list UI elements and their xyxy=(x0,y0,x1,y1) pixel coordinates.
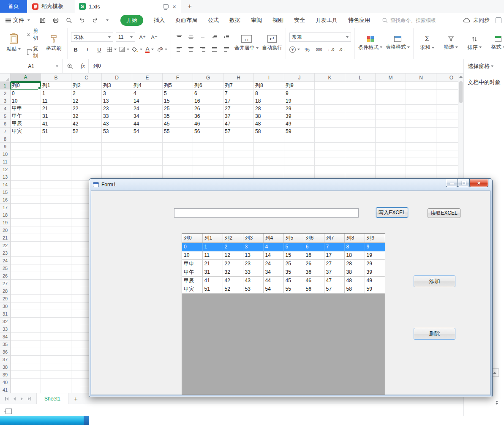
cell-M8[interactable] xyxy=(376,135,406,143)
last-sheet-button[interactable] xyxy=(28,397,31,400)
cell-A9[interactable] xyxy=(11,143,41,150)
select-all-corner[interactable] xyxy=(0,74,11,82)
cell-E7[interactable]: 54 xyxy=(132,128,163,135)
cell-M11[interactable] xyxy=(376,158,406,166)
row-header-40[interactable]: 40 xyxy=(0,379,11,386)
cell-A12[interactable] xyxy=(11,166,41,173)
cell-O10[interactable] xyxy=(436,150,458,158)
dgv-cell[interactable]: 44 xyxy=(263,276,283,285)
row-header-16[interactable]: 16 xyxy=(0,196,11,204)
dgv-cell[interactable]: 15 xyxy=(283,251,304,259)
copy-button[interactable]: 复制 xyxy=(27,45,40,60)
cell-B36[interactable] xyxy=(41,348,71,356)
cell-K12[interactable] xyxy=(315,166,345,173)
cell-A36[interactable] xyxy=(11,348,41,356)
align-center-button[interactable] xyxy=(186,45,196,54)
cell-J3[interactable]: 19 xyxy=(284,97,315,105)
row-header-14[interactable]: 14 xyxy=(0,181,11,188)
cell-A5[interactable]: 甲午 xyxy=(11,112,41,120)
cell-B38[interactable] xyxy=(41,363,71,371)
dgv-cell[interactable]: 51 xyxy=(202,285,223,293)
cell-J6[interactable]: 49 xyxy=(284,120,315,128)
cell-A31[interactable] xyxy=(11,310,41,318)
cell-A21[interactable] xyxy=(11,234,41,242)
cell-J11[interactable] xyxy=(284,158,315,166)
cell-A19[interactable] xyxy=(11,219,41,226)
dgv-cell[interactable]: 7 xyxy=(324,242,344,251)
cell-E6[interactable]: 44 xyxy=(132,120,163,128)
cell-A17[interactable] xyxy=(11,204,41,211)
cell-N11[interactable] xyxy=(406,158,436,166)
dgv-cell[interactable]: 38 xyxy=(344,268,365,276)
cell-G5[interactable]: 36 xyxy=(193,112,223,120)
dgv-cell[interactable]: 52 xyxy=(223,285,243,293)
row-header-36[interactable]: 36 xyxy=(0,348,11,356)
cell-A14[interactable] xyxy=(11,181,41,188)
cell-F8[interactable] xyxy=(163,135,193,143)
percent-format-button[interactable]: % xyxy=(302,45,312,54)
next-sheet-button[interactable] xyxy=(21,397,23,400)
scrollbar-thumb[interactable] xyxy=(459,81,463,103)
row-header-37[interactable]: 37 xyxy=(0,356,11,363)
cell-G9[interactable] xyxy=(193,143,223,150)
form-textbox[interactable] xyxy=(174,208,359,218)
dgv-row-1[interactable]: 10111213141516171819 xyxy=(182,251,385,259)
dgv-cell[interactable]: 11 xyxy=(202,251,223,259)
cell-C4[interactable]: 22 xyxy=(71,105,102,112)
dgv-cell[interactable]: 28 xyxy=(344,259,365,268)
dgv-cell[interactable]: 10 xyxy=(182,251,202,259)
cell-L8[interactable] xyxy=(345,135,376,143)
cell-I10[interactable] xyxy=(254,150,284,158)
dgv-cell[interactable]: 24 xyxy=(263,259,283,268)
row-header-27[interactable]: 27 xyxy=(0,280,11,287)
dgv-column-header-列5[interactable]: 列5 xyxy=(283,234,304,242)
dgv-column-header-列4[interactable]: 列4 xyxy=(263,234,283,242)
cell-D9[interactable] xyxy=(102,143,132,150)
dgv-cell[interactable]: 2 xyxy=(223,242,243,251)
cell-D7[interactable]: 53 xyxy=(102,128,132,135)
row-header-11[interactable]: 11 xyxy=(0,158,11,166)
save-icon[interactable] xyxy=(39,17,46,24)
cell-H3[interactable]: 17 xyxy=(223,97,254,105)
cell-B10[interactable] xyxy=(41,150,71,158)
cell-H10[interactable] xyxy=(223,150,254,158)
cell-A20[interactable] xyxy=(11,226,41,234)
cell-A30[interactable] xyxy=(11,302,41,310)
cell-I4[interactable]: 28 xyxy=(254,105,284,112)
fill-color-button[interactable] xyxy=(132,45,142,54)
cell-C2[interactable]: 2 xyxy=(71,90,102,97)
cell-K5[interactable] xyxy=(315,112,345,120)
cell-L2[interactable] xyxy=(345,90,376,97)
row-header-12[interactable]: 12 xyxy=(0,166,11,173)
dgv-cell[interactable]: 57 xyxy=(324,285,344,293)
cell-B41[interactable] xyxy=(41,386,71,393)
cell-M1[interactable] xyxy=(376,82,406,90)
row-header-7[interactable]: 7 xyxy=(0,128,11,135)
cell-D8[interactable] xyxy=(102,135,132,143)
cell-M7[interactable] xyxy=(376,128,406,135)
align-bottom-button[interactable] xyxy=(198,33,207,42)
formula-input[interactable]: 列0 xyxy=(88,59,463,73)
dgv-row-0[interactable]: 0123456789 xyxy=(182,242,385,251)
cell-C12[interactable] xyxy=(71,166,102,173)
cell-A10[interactable] xyxy=(11,150,41,158)
row-header-39[interactable]: 39 xyxy=(0,371,11,379)
cell-F3[interactable]: 15 xyxy=(163,97,193,105)
cell-I8[interactable] xyxy=(254,135,284,143)
cell-E2[interactable]: 4 xyxy=(132,90,163,97)
cell-A16[interactable] xyxy=(11,196,41,204)
cell-K1[interactable] xyxy=(315,82,345,90)
dgv-cell[interactable]: 甲申 xyxy=(182,259,202,268)
row-header-19[interactable]: 19 xyxy=(0,219,11,226)
decrease-decimal-button[interactable]: .0→ xyxy=(338,45,347,54)
increase-indent-button[interactable] xyxy=(222,33,231,42)
column-header-G[interactable]: G xyxy=(193,74,223,82)
cell-B31[interactable] xyxy=(41,310,71,318)
selection-pane-button[interactable]: 选择窗格 xyxy=(464,59,504,74)
cell-B35[interactable] xyxy=(41,341,71,348)
home-tab[interactable]: 首页 xyxy=(0,0,27,13)
font-size-select[interactable]: 11 xyxy=(116,33,135,42)
row-header-1[interactable]: 1 xyxy=(0,82,11,90)
cell-B4[interactable]: 21 xyxy=(41,105,71,112)
dgv-cell[interactable]: 6 xyxy=(304,242,324,251)
